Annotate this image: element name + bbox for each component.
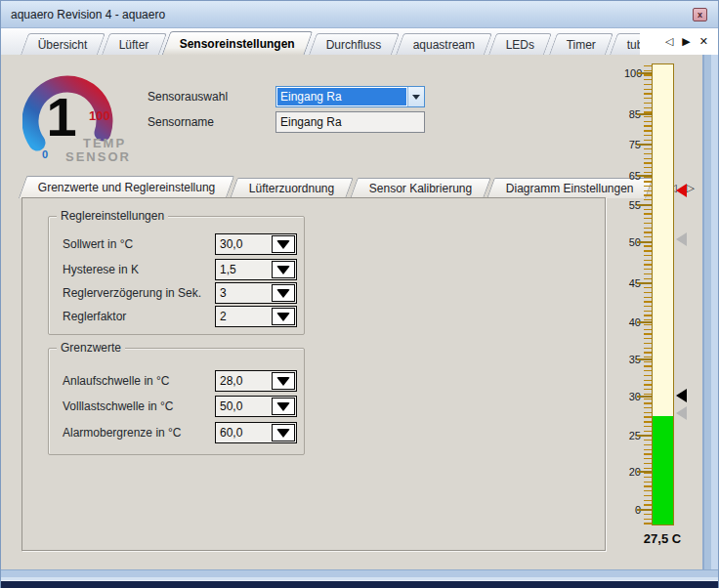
volllastschwelle-value[interactable]: 50,0 [216, 397, 271, 416]
reglerverzoegerung-spinner[interactable]: 3 [215, 282, 297, 304]
reglerfaktor-dropdown-button[interactable] [272, 308, 295, 325]
gauge-major-tick [637, 241, 652, 243]
gauge-major-tick [637, 204, 652, 206]
gauge-major-tick [637, 509, 652, 511]
sollwert-dropdown-button[interactable] [272, 235, 295, 253]
tab-aquastream[interactable]: aquastream [396, 33, 492, 55]
gauge-major-tick [637, 321, 652, 323]
anlaufschwelle-value[interactable]: 28,0 [216, 371, 271, 391]
logo-temp-label: TEMP [83, 136, 126, 150]
triangle-down-icon [276, 313, 290, 321]
full-load-marker [676, 232, 687, 246]
window-title: aquaero Revision 4 - aquaero [11, 8, 165, 21]
sollwert-value[interactable]: 30,0 [216, 234, 271, 254]
hysterese-label: Hysterese in K [63, 263, 215, 276]
window-right-border [702, 55, 718, 569]
window-close-button[interactable]: x [693, 8, 707, 21]
logo-max-label: 100 [89, 108, 110, 123]
title-bar: aquaero Revision 4 - aquaero x [1, 1, 718, 28]
reglerverzoegerung-dropdown-button[interactable] [272, 284, 295, 302]
desktop-strip [1, 580, 718, 588]
tab-leds[interactable]: LEDs [488, 33, 552, 55]
grenzwerte-title: Grenzwerte [57, 341, 125, 355]
tab-scroll-controls: ◁ ▶ ✕ [640, 28, 718, 55]
tab-uebersicht[interactable]: Übersicht [21, 33, 106, 55]
reglerverzoegerung-label: Reglerverzögerung in Sek. [63, 286, 215, 300]
setpoint-marker [676, 389, 687, 402]
gauge-major-tick [637, 72, 652, 74]
alarm-limit-marker [676, 184, 687, 197]
reglereinstellungen-title: Reglereinstellungen [57, 209, 168, 223]
sensorauswahl-selected-value: Eingang Ra [277, 88, 406, 105]
subtab-luefterzuordnung[interactable]: Lüfterzuordnung [231, 178, 355, 198]
triangle-down-icon [276, 377, 290, 386]
reglerfaktor-label: Reglerfaktor [63, 310, 215, 323]
gauge-minor-ticks [644, 65, 652, 525]
gauge-major-tick [637, 282, 652, 284]
tab-scroll-right-icon[interactable]: ▶ [682, 35, 690, 48]
chevron-down-icon [412, 95, 420, 100]
triangle-down-icon [276, 289, 290, 298]
triangle-down-icon [276, 402, 290, 411]
tab-luefter[interactable]: Lüfter [102, 33, 167, 55]
gauge-fill-bar [653, 416, 673, 525]
gauge-major-tick [637, 358, 652, 360]
temp-sensor-logo: 1 100 0 TEMP SENSOR [22, 63, 138, 170]
main-tab-strip: Übersicht Lüfter Sensoreinstellungen Dur… [1, 28, 718, 55]
volllastschwelle-label: Volllastschwelle in °C [63, 399, 215, 413]
temperature-gauge: 10085756555504540353025200 27,5 C [624, 63, 698, 557]
alarmobergrenze-value[interactable]: 60,0 [216, 423, 271, 442]
gauge-major-tick [637, 113, 652, 115]
triangle-down-icon [276, 266, 290, 274]
anlaufschwelle-label: Anlaufschwelle in °C [63, 374, 215, 388]
gauge-major-tick [637, 396, 652, 398]
gauge-current-value: 27,5 C [632, 531, 693, 546]
logo-sensor-number: 1 [42, 92, 81, 143]
grenzwerte-regler-panel: Reglereinstellungen Sollwert in °C 30,0 … [21, 197, 606, 551]
tab-close-icon[interactable]: ✕ [699, 35, 708, 48]
hysterese-value[interactable]: 1,5 [216, 260, 271, 279]
gauge-column [652, 63, 674, 525]
gauge-major-tick [637, 471, 652, 473]
reglerfaktor-spinner[interactable]: 2 [215, 306, 297, 327]
hysterese-spinner[interactable]: 1,5 [215, 259, 297, 280]
alarmobergrenze-label: Alarmobergrenze in °C [63, 426, 215, 440]
sollwert-label: Sollwert in °C [63, 237, 215, 251]
sensorname-field[interactable]: Eingang Ra [275, 111, 425, 133]
alarmobergrenze-dropdown-button[interactable] [272, 424, 295, 441]
gauge-major-tick [637, 435, 652, 437]
logo-min-label: 0 [42, 148, 48, 160]
grenzwerte-group: Grenzwerte Anlaufschwelle in °C 28,0 Vol… [48, 348, 305, 455]
tab-sensoreinstellungen[interactable]: Sensoreinstellungen [162, 31, 314, 55]
sensor-sub-tab-strip: Grenzwerte und Reglereinstellung Lüfterz… [22, 175, 695, 198]
window-bottom-border [1, 569, 718, 580]
subtab-grenzwerte-reglereinstellung[interactable]: Grenzwerte und Reglereinstellung [19, 176, 235, 198]
reglereinstellungen-group: Reglereinstellungen Sollwert in °C 30,0 … [48, 216, 305, 335]
sensor-settings-page: 1 100 0 TEMP SENSOR Sensorauswahl Eingan… [1, 55, 702, 569]
tab-timer[interactable]: Timer [549, 33, 613, 55]
anlaufschwelle-dropdown-button[interactable] [272, 372, 295, 390]
sollwert-spinner[interactable]: 30,0 [215, 233, 297, 255]
gauge-major-tick [637, 144, 652, 146]
triangle-down-icon [276, 429, 290, 438]
sensorname-label: Sensorname [148, 115, 214, 129]
combobox-dropdown-button[interactable] [407, 87, 424, 106]
logo-sensor-label: SENSOR [65, 149, 131, 164]
volllastschwelle-dropdown-button[interactable] [272, 398, 295, 415]
gauge-major-tick [637, 175, 652, 177]
sensorauswahl-label: Sensorauswahl [148, 90, 228, 104]
triangle-down-icon [276, 240, 290, 249]
tab-scroll-left-icon[interactable]: ◁ [665, 35, 673, 48]
sensorauswahl-combobox[interactable]: Eingang Ra [275, 86, 425, 107]
alarmobergrenze-spinner[interactable]: 60,0 [215, 422, 297, 443]
reglerfaktor-value[interactable]: 2 [216, 307, 271, 326]
startup-marker [676, 406, 687, 420]
volllastschwelle-spinner[interactable]: 50,0 [215, 396, 297, 417]
hysterese-dropdown-button[interactable] [272, 261, 295, 278]
anlaufschwelle-spinner[interactable]: 28,0 [215, 370, 297, 392]
reglerverzoegerung-value[interactable]: 3 [216, 283, 271, 303]
subtab-sensor-kalibrierung[interactable]: Sensor Kalibrierung [350, 178, 491, 198]
tab-durchfluss[interactable]: Durchfluss [309, 33, 400, 55]
app-window: aquaero Revision 4 - aquaero x Übersicht… [0, 0, 719, 588]
